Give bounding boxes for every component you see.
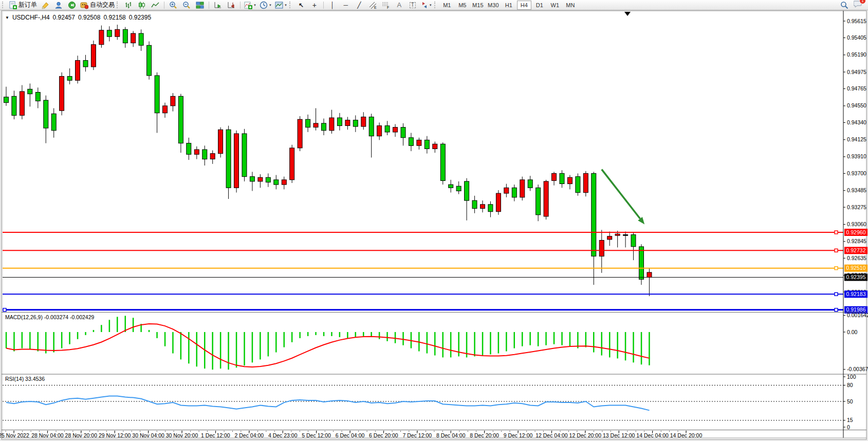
macd-histogram-bar [6,332,7,348]
bar-chart-button[interactable] [122,0,135,10]
search-icon[interactable] [840,1,848,9]
zoom-out-button[interactable] [180,0,193,10]
chart-shift-button[interactable] [225,0,238,10]
horizontal-line-button[interactable]: ─ [339,0,353,10]
candle-body [274,180,279,185]
timeframe-button-H4[interactable]: H4 [517,1,531,10]
macd-histogram-bar [609,332,611,357]
price-badge-0.92183: 0.92183 [844,290,867,298]
text-label-button[interactable]: T [406,0,419,10]
toolbar-grip[interactable] [2,2,6,8]
macd-histogram-bar [252,332,253,362]
tile-windows-button[interactable] [193,0,207,10]
new-order-button[interactable]: 新订单 [7,0,39,10]
candle-body [647,272,652,278]
toolbar-separator [164,2,164,9]
svg-text:F: F [387,6,389,9]
macd-histogram-bar [101,325,102,332]
macd-histogram-bar [188,332,190,363]
vertical-line-button[interactable]: │ [326,0,339,10]
candle-body [417,140,421,145]
chart-title: ▼ USDCHF-,H4 0.92457 0.92508 0.92158 0.9… [5,14,151,21]
price-tick-label: 0.94125 [847,136,866,142]
macd-histogram-bar [347,332,348,338]
candle-body [242,134,247,177]
toolbar-grip[interactable] [434,2,438,8]
line-handle[interactable] [835,267,838,270]
signals-button[interactable] [65,0,79,10]
macd-histogram-bar [569,332,571,346]
trend-line-button[interactable]: ╱ [353,0,366,10]
candle-body [481,205,485,209]
macd-histogram-bar [244,332,245,365]
dropdown-caret-icon: ▼ [429,4,432,7]
time-tick-label: 7 Dec 12:00 [402,432,432,438]
candle-body [504,188,509,193]
fibonacci-button[interactable]: F [379,0,393,10]
chart-shift-icon [227,1,235,9]
macd-histogram-bar [506,332,507,352]
time-tick-label: 13 Dec 12:00 [603,432,635,438]
chat-button[interactable]: 1 [854,0,862,10]
macd-histogram-bar [315,332,317,335]
timeframe-button-M30[interactable]: M30 [486,1,501,10]
time-tick-label: 6 Dec 20:00 [369,432,398,438]
toolbar-grip[interactable] [117,2,120,8]
price-tick-label: 0.94975 [847,69,866,75]
line-handle[interactable] [3,308,6,311]
candle-body [615,234,620,235]
chart-window-frame [2,11,866,439]
timeframe-button-MN[interactable]: MN [563,1,578,10]
templates-button[interactable]: ▼ [273,0,289,10]
timeframe-button-M5[interactable]: M5 [455,1,470,10]
macd-histogram-bar [220,332,221,369]
timeframe-button-W1[interactable]: W1 [548,1,562,10]
candle-body [20,91,24,115]
line-handle[interactable] [835,308,838,311]
arrows-icon [421,2,428,9]
rsi-label: RSI(14) 33.4536 [5,376,45,382]
auto-trading-button[interactable]: 自动交易 [79,0,116,10]
candle-body [599,241,604,256]
candle-body [60,77,64,111]
line-handle[interactable] [835,231,838,234]
candlestick-chart-button[interactable] [135,0,149,10]
timeframe-button-M1[interactable]: M1 [440,1,454,10]
indicators-button[interactable]: ▼ [243,0,258,10]
highlighter-button[interactable] [39,0,52,10]
candle-body [163,106,168,113]
periods-button[interactable]: ▼ [258,0,273,10]
candle-body [91,45,96,67]
equidistant-channel-button[interactable]: E [366,0,379,10]
text-button[interactable]: A [393,0,406,10]
candle-body [282,180,286,185]
zoom-out-icon [182,1,191,9]
candle-body [560,173,564,183]
line-handle[interactable] [835,292,838,296]
trend-line-icon: ╱ [357,2,361,8]
candle-body [67,77,72,81]
toolbar-right-group: 1 [840,0,866,10]
candle-body [107,30,112,36]
macd-histogram-bar [522,332,523,346]
auto-scroll-button[interactable] [211,0,225,10]
macd-histogram-bar [93,330,95,332]
arrows-button[interactable]: ▼ [419,0,434,10]
macd-histogram-bar [553,332,555,344]
toolbar-grip[interactable] [289,2,293,8]
line-chart-button[interactable] [149,0,162,10]
time-tick-label: 30 Nov 20:00 [166,432,198,438]
chart-title-expand-icon[interactable]: ▼ [5,15,9,20]
line-handle[interactable] [835,249,838,252]
candle-body [576,177,580,193]
time-tick-label: 8 Dec 04:00 [436,432,466,438]
zoom-in-button[interactable] [167,0,180,10]
community-button[interactable] [52,0,65,10]
timeframe-button-H1[interactable]: H1 [502,1,516,10]
crosshair-button[interactable]: + [308,0,321,10]
time-axis[interactable]: 25 Nov 202228 Nov 04:0028 Nov 20:0029 No… [0,431,702,438]
timeframe-button-D1[interactable]: D1 [532,1,547,10]
cursor-button[interactable]: ↖ [294,0,308,10]
timeframe-button-M15[interactable]: M15 [471,1,485,10]
macd-histogram-bar [53,332,54,353]
